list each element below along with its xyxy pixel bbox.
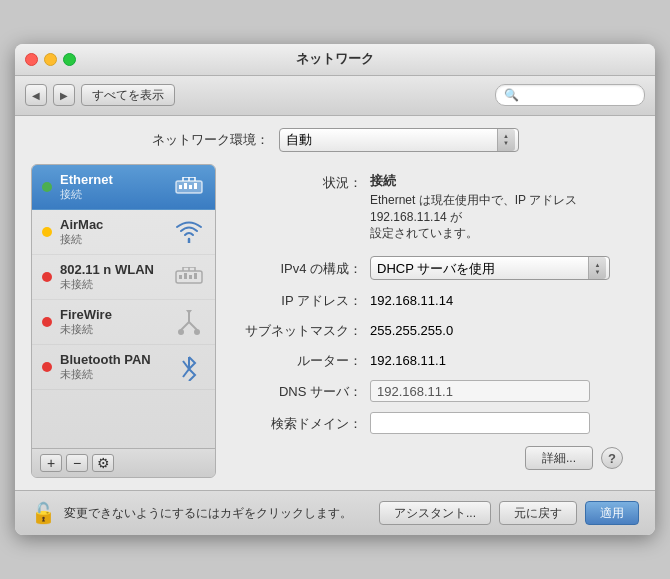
status-dot-bluetooth <box>42 362 52 372</box>
lock-area: 🔓 変更できないようにするにはカギをクリックします。 <box>31 501 379 525</box>
wifi-icon <box>173 216 205 248</box>
item-name-firewire: FireWire <box>60 307 173 322</box>
search-box[interactable]: 🔍 <box>495 84 645 106</box>
item-status-ethernet: 接続 <box>60 187 173 202</box>
sidebar-item-ethernet[interactable]: Ethernet 接続 <box>32 165 215 210</box>
revert-button[interactable]: 元に戻す <box>499 501 577 525</box>
back-button[interactable]: ◀ <box>25 84 47 106</box>
window-footer: 🔓 変更できないようにするにはカギをクリックします。 アシスタント... 元に戻… <box>15 490 655 535</box>
ipv4-row: IPv4 の構成： DHCP サーバを使用 <box>242 256 623 280</box>
item-name-ethernet: Ethernet <box>60 172 173 187</box>
ip-label: IP アドレス： <box>242 290 362 310</box>
svg-rect-12 <box>189 275 192 279</box>
router-value: 192.168.11.1 <box>362 353 623 368</box>
router-label: ルーター： <box>242 350 362 370</box>
env-select[interactable]: 自動 <box>279 128 519 152</box>
svg-rect-4 <box>194 183 197 189</box>
firewire-icon <box>173 306 205 338</box>
search-domain-input-wrapper <box>362 412 623 434</box>
svg-rect-13 <box>194 273 197 279</box>
status-section: 状況： 接続 Ethernet は現在使用中で、IP アドレス 192.168.… <box>242 172 623 242</box>
item-status-firewire: 未接続 <box>60 322 173 337</box>
network-window: ネットワーク ◀ ▶ すべてを表示 🔍 ネットワーク環境： 自動 <box>15 44 655 535</box>
dns-label: DNS サーバ： <box>242 381 362 401</box>
item-text-bluetooth: Bluetooth PAN 未接続 <box>60 352 173 382</box>
item-text-wlan: 802.11 n WLAN 未接続 <box>60 262 173 292</box>
item-name-bluetooth: Bluetooth PAN <box>60 352 173 367</box>
search-domain-input[interactable] <box>370 412 590 434</box>
status-description: Ethernet は現在使用中で、IP アドレス 192.168.11.14 が… <box>370 192 623 242</box>
item-text-ethernet: Ethernet 接続 <box>60 172 173 202</box>
search-domain-label: 検索ドメイン： <box>242 413 362 433</box>
search-icon: 🔍 <box>504 88 519 102</box>
sidebar-item-airmac[interactable]: AirMac 接続 <box>32 210 215 255</box>
detail-button[interactable]: 詳細... <box>525 446 593 470</box>
detail-panel: 状況： 接続 Ethernet は現在使用中で、IP アドレス 192.168.… <box>226 164 639 478</box>
ip-row: IP アドレス： 192.168.11.14 <box>242 290 623 310</box>
wlan-icon <box>173 261 205 293</box>
item-status-airmac: 接続 <box>60 232 173 247</box>
svg-rect-11 <box>184 273 187 279</box>
svg-rect-10 <box>179 275 182 279</box>
router-row: ルーター： 192.168.11.1 <box>242 350 623 370</box>
body-area: Ethernet 接続 <box>31 164 639 478</box>
window-title: ネットワーク <box>296 50 374 68</box>
sidebar-items: Ethernet 接続 <box>32 165 215 448</box>
sidebar: Ethernet 接続 <box>31 164 216 478</box>
item-text-airmac: AirMac 接続 <box>60 217 173 247</box>
subnet-row: サブネットマスク： 255.255.255.0 <box>242 320 623 340</box>
status-connected: 接続 <box>370 173 396 188</box>
close-button[interactable] <box>25 53 38 66</box>
ipv4-label: IPv4 の構成： <box>242 258 362 278</box>
help-button[interactable]: ? <box>601 447 623 469</box>
item-name-wlan: 802.11 n WLAN <box>60 262 173 277</box>
env-label: ネットワーク環境： <box>152 131 269 149</box>
sidebar-item-bluetooth[interactable]: Bluetooth PAN 未接続 <box>32 345 215 390</box>
svg-rect-2 <box>184 183 187 189</box>
sidebar-item-firewire[interactable]: FireWire 未接続 <box>32 300 215 345</box>
traffic-lights <box>25 53 76 66</box>
svg-line-19 <box>181 322 189 330</box>
dns-input[interactable] <box>370 380 590 402</box>
svg-marker-23 <box>186 310 192 314</box>
dns-input-wrapper <box>362 380 623 402</box>
forward-button[interactable]: ▶ <box>53 84 75 106</box>
svg-point-21 <box>178 329 184 335</box>
item-name-airmac: AirMac <box>60 217 173 232</box>
item-status-wlan: 未接続 <box>60 277 173 292</box>
footer-actions: アシスタント... 元に戻す 適用 <box>379 501 639 525</box>
search-input[interactable] <box>522 88 636 102</box>
sidebar-item-wlan[interactable]: 802.11 n WLAN 未接続 <box>32 255 215 300</box>
toolbar: ◀ ▶ すべてを表示 🔍 <box>15 76 655 116</box>
add-interface-button[interactable]: + <box>40 454 62 472</box>
gear-button[interactable]: ⚙ <box>92 454 114 472</box>
apply-button[interactable]: 適用 <box>585 501 639 525</box>
search-domain-row: 検索ドメイン： <box>242 412 623 434</box>
ethernet-icon <box>173 171 205 203</box>
env-row: ネットワーク環境： 自動 <box>31 128 639 152</box>
sidebar-footer: + − ⚙ <box>32 448 215 477</box>
lock-text: 変更できないようにするにはカギをクリックします。 <box>64 505 352 522</box>
main-content: ネットワーク環境： 自動 Ethernet 接続 <box>15 116 655 490</box>
item-text-firewire: FireWire 未接続 <box>60 307 173 337</box>
maximize-button[interactable] <box>63 53 76 66</box>
lock-icon[interactable]: 🔓 <box>31 501 56 525</box>
svg-line-20 <box>189 322 197 330</box>
subnet-value: 255.255.255.0 <box>362 323 623 338</box>
status-label: 状況： <box>242 172 362 192</box>
remove-interface-button[interactable]: − <box>66 454 88 472</box>
status-dot-airmac <box>42 227 52 237</box>
ipv4-select-wrapper: DHCP サーバを使用 <box>370 256 610 280</box>
dns-row: DNS サーバ： <box>242 380 623 402</box>
ipv4-select-area: DHCP サーバを使用 <box>362 256 623 280</box>
svg-rect-3 <box>189 185 192 189</box>
show-all-button[interactable]: すべてを表示 <box>81 84 175 106</box>
ipv4-select[interactable]: DHCP サーバを使用 <box>370 256 610 280</box>
assistant-button[interactable]: アシスタント... <box>379 501 491 525</box>
status-dot-firewire <box>42 317 52 327</box>
detail-footer: 詳細... ? <box>242 446 623 470</box>
minimize-button[interactable] <box>44 53 57 66</box>
status-dot-wlan <box>42 272 52 282</box>
env-select-wrapper: 自動 <box>279 128 519 152</box>
item-status-bluetooth: 未接続 <box>60 367 173 382</box>
